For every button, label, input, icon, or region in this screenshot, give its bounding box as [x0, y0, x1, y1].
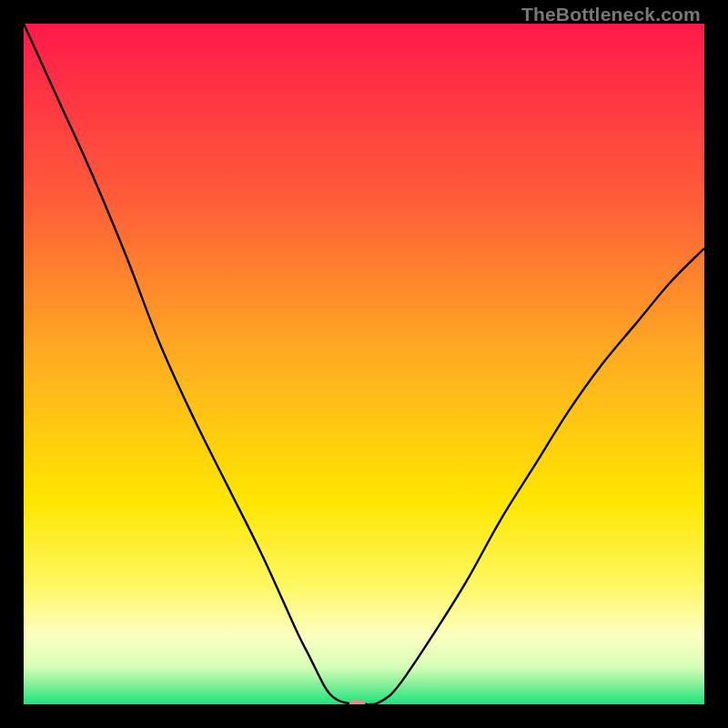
chart-frame: TheBottleneck.com [0, 0, 728, 728]
watermark-text: TheBottleneck.com [521, 4, 701, 25]
chart-plot [24, 24, 704, 704]
